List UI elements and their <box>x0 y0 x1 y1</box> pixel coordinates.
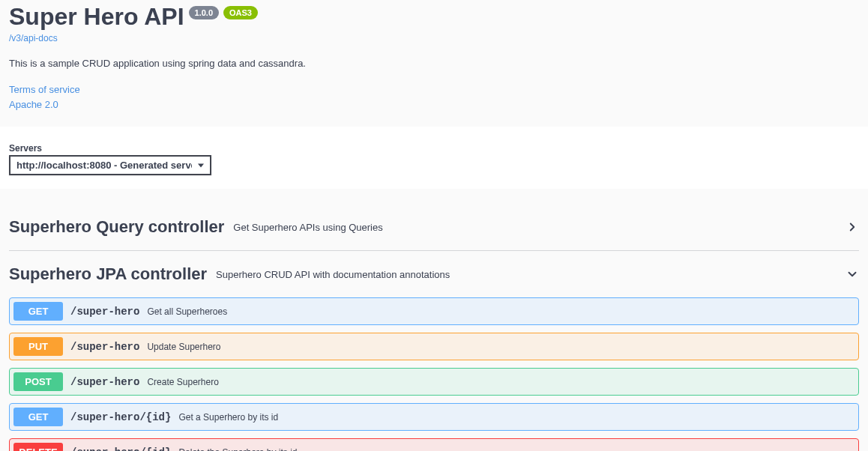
operation-delete-super-hero-by-id[interactable]: DELETE /super-hero/{id} Delete the Super… <box>9 438 859 451</box>
version-badge: 1.0.0 <box>189 6 219 19</box>
server-select[interactable]: http://localhost:8080 - Generated server… <box>9 155 211 175</box>
tag-name: Superhero Query controller <box>9 217 224 237</box>
method-badge: GET <box>13 408 63 426</box>
chevron-down-icon <box>846 267 859 281</box>
servers-label: Servers <box>9 143 859 154</box>
tag-description: Get Superhero APIs using Queries <box>233 222 846 233</box>
operation-get-super-hero-by-id[interactable]: GET /super-hero/{id} Get a Superhero by … <box>9 403 859 431</box>
tag-description: Superhero CRUD API with documentation an… <box>216 269 846 280</box>
meta-links: Terms of service Apache 2.0 <box>9 82 859 112</box>
operation-path: /super-hero/{id} <box>70 411 171 423</box>
oas-badge: OAS3 <box>223 6 258 19</box>
tag-name: Superhero JPA controller <box>9 264 207 284</box>
operation-post-super-hero[interactable]: POST /super-hero Create Superhero <box>9 368 859 396</box>
operation-summary: Get all Superheroes <box>147 306 227 317</box>
method-badge: POST <box>13 372 63 391</box>
controllers-section: Superhero Query controller Get Superhero… <box>0 204 868 451</box>
operation-path: /super-hero <box>70 341 139 353</box>
operation-get-super-hero[interactable]: GET /super-hero Get all Superheroes <box>9 297 859 325</box>
operation-put-super-hero[interactable]: PUT /super-hero Update Superhero <box>9 333 859 360</box>
method-badge: PUT <box>13 337 63 356</box>
api-description: This is a sample CRUD application using … <box>9 58 859 69</box>
operation-path: /super-hero <box>70 376 139 388</box>
api-docs-link[interactable]: /v3/api-docs <box>9 33 58 43</box>
servers-section: Servers http://localhost:8080 - Generate… <box>0 127 868 189</box>
api-title: Super Hero API <box>9 3 184 31</box>
method-badge: GET <box>13 302 63 321</box>
method-badge: DELETE <box>13 443 63 451</box>
operation-summary: Create Superhero <box>147 377 218 387</box>
operations-list: GET /super-hero Get all Superheroes PUT … <box>9 297 859 451</box>
terms-of-service-link[interactable]: Terms of service <box>9 82 859 97</box>
server-select-wrapper: http://localhost:8080 - Generated server… <box>9 155 211 175</box>
operation-path: /super-hero/{id} <box>70 447 171 452</box>
license-link[interactable]: Apache 2.0 <box>9 97 859 112</box>
tag-superhero-query-controller[interactable]: Superhero Query controller Get Superhero… <box>9 204 859 251</box>
tag-superhero-jpa-controller[interactable]: Superhero JPA controller Superhero CRUD … <box>9 251 859 297</box>
title-row: Super Hero API 1.0.0 OAS3 <box>9 0 859 31</box>
operation-summary: Get a Superhero by its id <box>178 412 278 423</box>
header-section: Super Hero API 1.0.0 OAS3 /v3/api-docs T… <box>0 0 868 127</box>
operation-path: /super-hero <box>70 306 139 318</box>
operation-summary: Delete the Superhero by its id <box>178 447 297 452</box>
chevron-right-icon <box>846 220 859 234</box>
operation-summary: Update Superhero <box>147 342 220 352</box>
